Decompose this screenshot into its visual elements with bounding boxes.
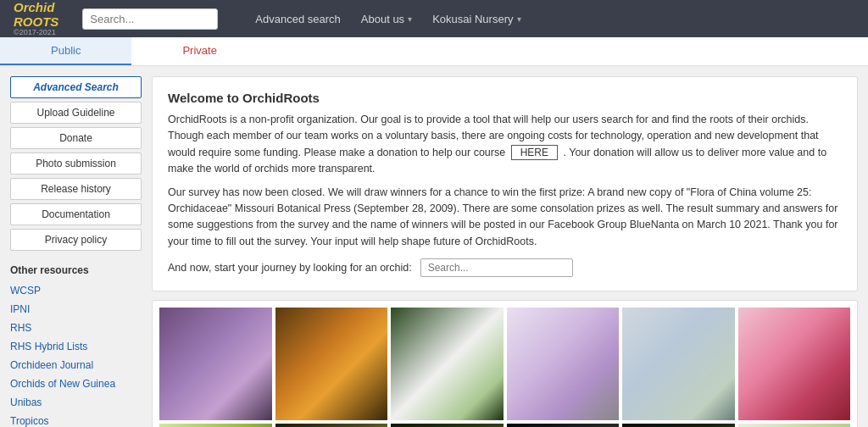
privacy-policy-button[interactable]: Privacy policy bbox=[10, 229, 142, 251]
welcome-para2: Our survey has now been closed. We will … bbox=[168, 185, 842, 251]
orchid-search-input[interactable] bbox=[420, 258, 573, 277]
orchid-image-9[interactable] bbox=[391, 424, 504, 428]
orchid-image-5[interactable] bbox=[622, 308, 735, 420]
orchid-image-12[interactable] bbox=[738, 424, 851, 428]
tab-bar: Public Private bbox=[0, 37, 868, 66]
kokusai-arrow: ▾ bbox=[517, 14, 521, 24]
link-wcsp[interactable]: WCSP bbox=[10, 283, 142, 298]
content: Welcome to OrchidRoots OrchidRoots is a … bbox=[152, 76, 858, 427]
link-unibas[interactable]: Unibas bbox=[10, 395, 142, 410]
search-row-label: And now, start your journey by looking f… bbox=[168, 262, 412, 274]
orchid-image-2[interactable] bbox=[275, 308, 388, 420]
photo-submission-button[interactable]: Photo submission bbox=[10, 152, 142, 175]
link-ipni[interactable]: IPNI bbox=[10, 302, 142, 317]
orchid-image-3[interactable] bbox=[391, 308, 504, 420]
welcome-para1: OrchidRoots is a non-profit organization… bbox=[168, 112, 842, 178]
about-us-arrow: ▾ bbox=[408, 14, 412, 24]
logo-orchid: Orchid bbox=[14, 1, 58, 15]
tab-public[interactable]: Public bbox=[0, 37, 131, 65]
sidebar: Advanced Search Upload Guideline Donate … bbox=[10, 76, 142, 427]
nav-kokusai-nursery[interactable]: Kokusai Nursery ▾ bbox=[432, 13, 520, 25]
main-layout: Advanced Search Upload Guideline Donate … bbox=[0, 66, 868, 427]
orchid-image-4[interactable] bbox=[507, 308, 620, 420]
orchid-image-7[interactable] bbox=[159, 424, 272, 428]
nav-advanced-search[interactable]: Advanced search bbox=[255, 13, 340, 25]
link-rhs-hybrid-lists[interactable]: RHS Hybrid Lists bbox=[10, 339, 142, 354]
orchid-image-6[interactable] bbox=[738, 308, 851, 420]
link-tropicos[interactable]: Tropicos bbox=[10, 413, 142, 427]
tab-private[interactable]: Private bbox=[131, 37, 267, 65]
orchid-image-10[interactable] bbox=[507, 424, 620, 428]
header: Orchid ROOTS ©2017-2021 Advanced search … bbox=[0, 0, 868, 37]
search-row: And now, start your journey by looking f… bbox=[168, 258, 842, 277]
orchid-image-1[interactable] bbox=[159, 308, 272, 420]
logo: Orchid ROOTS ©2017-2021 bbox=[14, 1, 58, 36]
advanced-search-button[interactable]: Advanced Search bbox=[10, 76, 142, 98]
documentation-button[interactable]: Documentation bbox=[10, 203, 142, 225]
upload-guideline-button[interactable]: Upload Guideline bbox=[10, 102, 142, 124]
release-history-button[interactable]: Release history bbox=[10, 178, 142, 200]
link-orchideen-journal[interactable]: Orchideen Journal bbox=[10, 358, 142, 373]
here-button[interactable]: HERE bbox=[511, 145, 558, 160]
welcome-title: Welcome to OrchidRoots bbox=[168, 91, 842, 105]
image-grid bbox=[152, 300, 858, 427]
logo-year: ©2017-2021 bbox=[14, 29, 58, 36]
welcome-box: Welcome to OrchidRoots OrchidRoots is a … bbox=[152, 76, 858, 291]
other-resources-title: Other resources bbox=[10, 264, 142, 276]
header-search-input[interactable] bbox=[82, 8, 218, 30]
link-rhs[interactable]: RHS bbox=[10, 320, 142, 336]
header-nav: Advanced search About us ▾ Kokusai Nurse… bbox=[255, 13, 520, 25]
orchid-image-8[interactable] bbox=[275, 424, 388, 428]
donate-button[interactable]: Donate bbox=[10, 127, 142, 149]
logo-roots: ROOTS bbox=[14, 15, 58, 30]
nav-about-us[interactable]: About us ▾ bbox=[361, 13, 412, 25]
orchid-image-11[interactable] bbox=[622, 424, 735, 428]
link-orchids-new-guinea[interactable]: Orchids of New Guinea bbox=[10, 376, 142, 391]
